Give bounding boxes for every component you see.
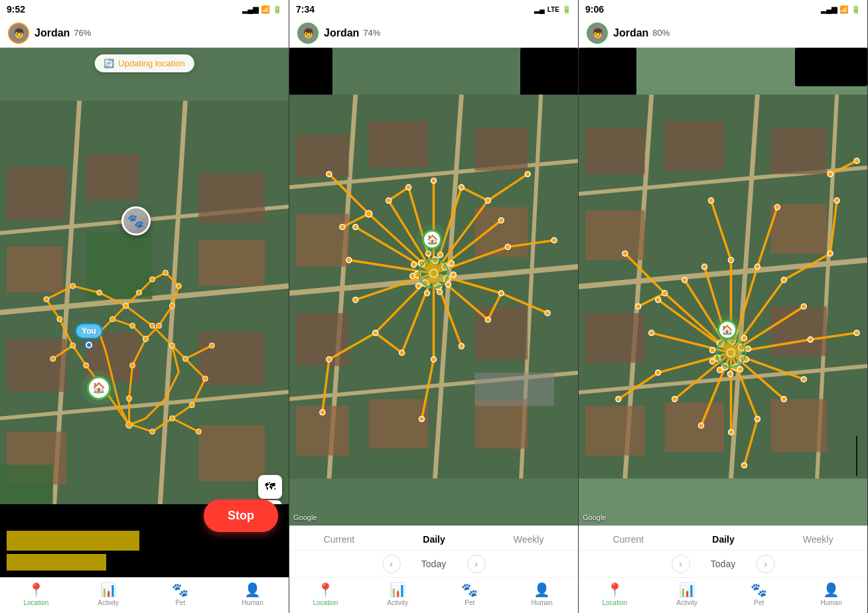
home-icon-2: 🏠	[422, 230, 442, 249]
human-icon-3: 👤	[823, 582, 839, 598]
svg-point-128	[459, 344, 464, 349]
nav-location-3[interactable]: 📍 Location	[598, 582, 631, 606]
battery-info-2: 74%	[363, 28, 380, 38]
prev-date-3[interactable]: ‹	[672, 555, 690, 573]
nav-activity-2[interactable]: 📊 Activity	[381, 582, 414, 606]
svg-point-36	[149, 429, 155, 435]
header-info-1: Jordan 76%	[35, 27, 281, 39]
home-icon-1: 🏠	[87, 376, 111, 400]
map-view-btn[interactable]: 🗺	[258, 475, 282, 499]
battery-icon-2: 🔋	[562, 5, 571, 14]
svg-point-126	[498, 291, 504, 296]
you-label: You	[75, 323, 103, 339]
svg-point-44	[149, 277, 155, 282]
next-date-3[interactable]: ›	[757, 555, 775, 573]
svg-point-113	[437, 289, 442, 295]
date-label-2: Today	[414, 559, 454, 569]
svg-point-208	[702, 264, 707, 269]
svg-point-134	[353, 224, 358, 230]
nav-pet-3[interactable]: 🐾 Pet	[743, 582, 776, 606]
svg-point-225	[828, 251, 833, 256]
activity-label-2: Activity	[387, 599, 408, 606]
pet-marker-1: 🐾	[121, 206, 151, 236]
svg-point-218	[699, 423, 704, 429]
svg-point-121	[431, 178, 437, 183]
svg-point-213	[808, 337, 813, 342]
svg-point-43	[137, 290, 142, 295]
svg-point-137	[525, 171, 530, 176]
map-2[interactable]: 🏠 Google	[289, 48, 578, 525]
tab-weekly-3[interactable]: Weekly	[798, 531, 839, 547]
tab-daily-3[interactable]: Daily	[707, 531, 739, 547]
location-icon-1: 📍	[28, 582, 44, 598]
svg-point-234	[717, 338, 746, 368]
svg-rect-63	[296, 214, 349, 267]
nav-activity-3[interactable]: 📊 Activity	[670, 582, 703, 606]
nav-pet-1[interactable]: 🐾 Pet	[164, 582, 197, 606]
map-1[interactable]: 🔄 Updating location 🐾 You 🏠 🗺 ⊕ Google	[0, 48, 289, 577]
nav-pet-2[interactable]: 🐾 Pet	[453, 582, 486, 606]
bottom-toolbar-3: Current Daily Weekly ‹ Today › 📍 Locatio…	[579, 525, 867, 613]
lte-icon-2: LTE	[547, 6, 559, 13]
stop-button[interactable]: Stop	[204, 500, 278, 532]
yellow-redact-1	[7, 531, 139, 551]
header-3: 👦 Jordan 80%	[579, 19, 867, 48]
date-nav-3: ‹ Today ›	[579, 551, 867, 578]
svg-point-52	[196, 429, 201, 435]
nav-location-2[interactable]: 📍 Location	[309, 582, 342, 606]
location-icon-3: 📍	[607, 582, 623, 598]
svg-point-132	[353, 297, 358, 303]
prev-date-2[interactable]: ‹	[382, 555, 401, 573]
nav-location-1[interactable]: 📍 Location	[19, 582, 52, 606]
activity-label-1: Activity	[98, 599, 119, 606]
svg-point-109	[437, 252, 443, 257]
svg-rect-7	[86, 154, 139, 200]
tab-current-2[interactable]: Current	[319, 531, 360, 547]
map-3[interactable]: 🏠 Google	[579, 48, 867, 525]
header-info-3: Jordan 80%	[613, 27, 859, 39]
svg-point-226	[854, 330, 859, 336]
svg-point-230	[774, 204, 780, 210]
map-bg-svg-2	[289, 48, 578, 525]
yellow-redact-2	[7, 554, 106, 571]
time-tabs-2: Current Daily Weekly	[289, 526, 578, 551]
next-date-2[interactable]: ›	[467, 555, 486, 573]
pet-label-1: Pet	[175, 599, 185, 606]
status-bar-1: 9:52 ▂▄▆ 📶 🔋	[0, 0, 289, 19]
bottom-nav-1: 📍 Location 📊 Activity 🐾 Pet 👤 Human	[0, 578, 289, 609]
svg-point-209	[728, 257, 733, 263]
nav-activity-1[interactable]: 📊 Activity	[92, 582, 125, 606]
nav-human-3[interactable]: 👤 Human	[815, 582, 848, 606]
svg-point-143	[419, 259, 449, 288]
svg-point-135	[326, 171, 332, 176]
svg-point-203	[717, 368, 723, 373]
svg-point-108	[426, 251, 431, 256]
svg-rect-15	[198, 425, 265, 482]
svg-point-206	[662, 291, 668, 296]
svg-point-30	[149, 323, 155, 328]
svg-point-114	[425, 291, 430, 296]
svg-rect-11	[7, 339, 66, 392]
svg-rect-9	[7, 246, 63, 293]
svg-point-233	[854, 158, 859, 163]
svg-point-129	[431, 357, 437, 362]
phone-panel-3: 9:06 ▂▄▆ 📶 🔋 👦 Jordan 80%	[579, 0, 868, 613]
nav-human-2[interactable]: 👤 Human	[526, 582, 559, 606]
svg-rect-60	[296, 135, 349, 178]
home-marker-2: 🏠	[422, 230, 442, 249]
tab-current-3[interactable]: Current	[608, 531, 650, 547]
activity-icon-3: 📊	[679, 582, 695, 598]
svg-point-202	[727, 372, 733, 377]
pet-icon-1: 🐾	[172, 582, 188, 598]
battery-pct-2: 74%	[363, 28, 380, 38]
svg-point-219	[672, 397, 678, 402]
time-1: 9:52	[7, 4, 25, 15]
status-icons-2: ▂▄ LTE 🔋	[534, 5, 571, 14]
tab-weekly-2[interactable]: Weekly	[508, 531, 549, 547]
pet-label-3: Pet	[754, 599, 764, 606]
tab-daily-2[interactable]: Daily	[417, 531, 450, 547]
svg-point-110	[449, 261, 454, 266]
svg-point-40	[130, 363, 135, 368]
nav-human-1[interactable]: 👤 Human	[236, 582, 269, 606]
status-icons-1: ▂▄▆ 📶 🔋	[242, 5, 282, 14]
